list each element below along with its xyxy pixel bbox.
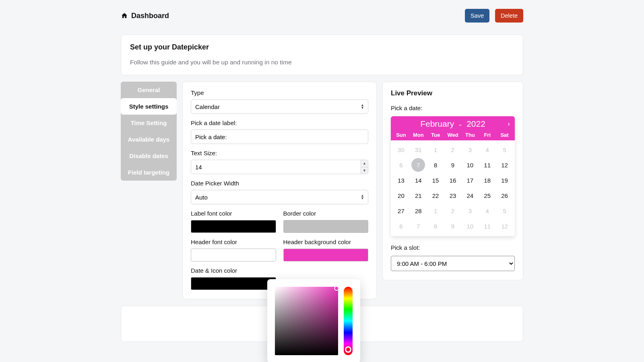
page-title: Set up your Datepicker xyxy=(130,43,514,51)
calendar-day[interactable]: 20 xyxy=(392,189,410,202)
calendar-day[interactable]: 18 xyxy=(479,173,496,187)
header-bg-color-swatch[interactable] xyxy=(283,249,369,261)
width-label: Date Picker Width xyxy=(191,180,368,187)
sidebar-item-general[interactable]: General xyxy=(121,82,177,98)
calendar-day[interactable]: 21 xyxy=(410,189,427,202)
calendar-day[interactable]: 26 xyxy=(496,189,513,202)
date-icon-color-swatch[interactable] xyxy=(191,277,276,290)
calendar-dow: Wed xyxy=(444,132,462,138)
calendar-day: 3 xyxy=(461,204,479,218)
delete-button[interactable]: Delete xyxy=(495,9,523,23)
save-button[interactable]: Save xyxy=(465,9,489,23)
calendar-day[interactable]: 27 xyxy=(392,204,410,218)
calendar-dow: Mon xyxy=(410,132,427,138)
calendar: February ⌄ 2022 › SunMonTueWedThuFriSat … xyxy=(391,116,515,236)
calendar-day: 6 xyxy=(392,158,410,172)
calendar-day: 31 xyxy=(410,143,427,156)
calendar-day: 2 xyxy=(444,143,462,156)
sidebar-item-field-targeting[interactable]: Field targeting xyxy=(121,164,177,181)
calendar-day: 9 xyxy=(444,219,462,233)
sv-cursor[interactable] xyxy=(334,286,339,291)
width-select[interactable] xyxy=(191,190,368,204)
calendar-day[interactable]: 19 xyxy=(496,173,513,187)
chevron-right-icon[interactable]: › xyxy=(508,120,510,128)
date-label-input[interactable] xyxy=(191,130,368,144)
calendar-day[interactable]: 13 xyxy=(392,173,410,187)
calendar-year[interactable]: 2022 xyxy=(466,119,485,129)
calendar-day: 10 xyxy=(461,219,479,233)
pick-date-label: Pick a date: xyxy=(391,105,515,111)
calendar-day: 3 xyxy=(461,143,479,156)
label-font-color-label: Label font color xyxy=(191,210,276,217)
header-bg-color-label: Header background color xyxy=(283,239,369,245)
calendar-day: 5 xyxy=(496,143,513,156)
page-subtitle: Follow this guide and you will be up and… xyxy=(130,59,514,66)
calendar-day: 8 xyxy=(427,219,444,233)
calendar-day[interactable]: 12 xyxy=(496,158,513,172)
calendar-dow: Tue xyxy=(427,132,444,138)
calendar-dow: Sun xyxy=(392,132,410,138)
calendar-day[interactable]: 10 xyxy=(461,158,479,172)
calendar-day[interactable]: 25 xyxy=(479,189,496,202)
calendar-day[interactable]: 22 xyxy=(427,189,444,202)
text-size-input[interactable] xyxy=(191,160,368,174)
calendar-day: 4 xyxy=(479,143,496,156)
chevron-down-icon[interactable]: ⌄ xyxy=(458,121,462,127)
color-sv-plane[interactable] xyxy=(275,287,338,355)
color-picker-popover[interactable] xyxy=(267,279,360,362)
calendar-day[interactable]: 17 xyxy=(461,173,479,187)
calendar-day[interactable]: 28 xyxy=(410,204,427,218)
calendar-day[interactable]: 16 xyxy=(444,173,462,187)
text-size-label: Text Size: xyxy=(191,150,368,156)
calendar-dow: Thu xyxy=(461,132,479,138)
color-hue-slider[interactable] xyxy=(344,287,353,355)
calendar-day[interactable]: 11 xyxy=(479,158,496,172)
brand: Dashboard xyxy=(121,12,169,20)
calendar-day[interactable]: 24 xyxy=(461,189,479,202)
header-font-color-swatch[interactable] xyxy=(191,249,276,261)
label-font-color-swatch[interactable] xyxy=(191,220,276,233)
pick-slot-label: Pick a slot: xyxy=(391,244,515,251)
calendar-day[interactable]: 15 xyxy=(427,173,444,187)
calendar-day: 5 xyxy=(496,204,513,218)
style-settings-form: Type ▲▼ Pick a date label: Text Size: ▲ … xyxy=(182,82,377,299)
calendar-day[interactable]: 23 xyxy=(444,189,462,202)
header-font-color-label: Header font color xyxy=(191,239,276,245)
preview-title: Live Preview xyxy=(391,89,515,97)
calendar-day: 30 xyxy=(392,143,410,156)
calendar-day: 4 xyxy=(479,204,496,218)
calendar-day: 1 xyxy=(427,143,444,156)
border-color-label: Border color xyxy=(283,210,369,217)
stepper-down-icon[interactable]: ▼ xyxy=(361,167,368,174)
calendar-day: 6 xyxy=(392,219,410,233)
stepper-up-icon[interactable]: ▲ xyxy=(361,160,368,167)
calendar-day: 7 xyxy=(410,219,427,233)
calendar-day[interactable]: 8 xyxy=(427,158,444,172)
sidebar-item-time-setting[interactable]: Time Setting xyxy=(121,115,177,131)
type-label: Type xyxy=(191,89,368,96)
sidebar-item-disable-dates[interactable]: Disable dates xyxy=(121,148,177,164)
page-header-card: Set up your Datepicker Follow this guide… xyxy=(121,35,523,75)
hue-cursor[interactable] xyxy=(345,346,351,353)
calendar-month[interactable]: February xyxy=(420,119,454,129)
calendar-day[interactable]: 14 xyxy=(410,173,427,187)
calendar-day[interactable]: 7 xyxy=(411,158,425,172)
slot-select[interactable]: 9:00 AM - 6:00 PM xyxy=(391,256,515,271)
type-select[interactable] xyxy=(191,99,368,114)
border-color-swatch[interactable] xyxy=(283,220,369,233)
date-icon-color-label: Date & Icon color xyxy=(191,267,276,274)
calendar-day[interactable]: 9 xyxy=(444,158,462,172)
brand-label: Dashboard xyxy=(131,12,169,20)
date-label-label: Pick a date label: xyxy=(191,119,368,126)
sidebar: GeneralStyle settingsTime SettingAvailab… xyxy=(121,82,177,181)
calendar-dow: Sat xyxy=(496,132,513,138)
calendar-day: 1 xyxy=(427,204,444,218)
home-icon xyxy=(121,12,128,19)
sidebar-item-style-settings[interactable]: Style settings xyxy=(121,98,177,115)
calendar-dow: Fri xyxy=(479,132,496,138)
calendar-day: 11 xyxy=(479,219,496,233)
calendar-day: 2 xyxy=(444,204,462,218)
live-preview-card: Live Preview Pick a date: February ⌄ 202… xyxy=(382,82,523,280)
calendar-day: 12 xyxy=(496,219,513,233)
sidebar-item-available-days[interactable]: Available days xyxy=(121,131,177,148)
